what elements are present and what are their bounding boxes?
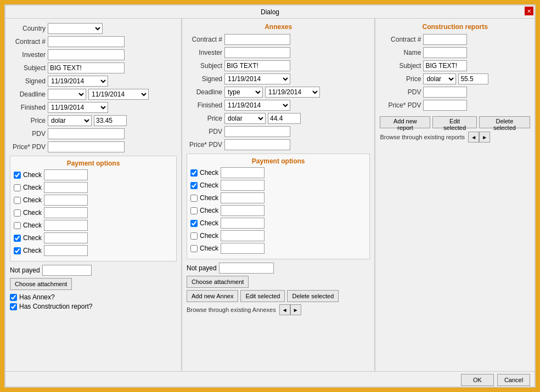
check-label-3: Check: [23, 196, 42, 204]
m-check-value-3[interactable]: [221, 192, 265, 203]
m-check-value-1[interactable]: [221, 167, 265, 178]
check-5[interactable]: [14, 222, 21, 229]
check-3[interactable]: [14, 197, 21, 204]
country-label: Country: [10, 25, 46, 32]
m-action-buttons: Add new Annex Edit selected Delete selec…: [187, 290, 370, 302]
price-pdv-input[interactable]: [48, 141, 125, 152]
check-value-1[interactable]: [44, 169, 88, 180]
edit-selected-report-button[interactable]: Edit selected: [432, 116, 476, 128]
m-browse-row: Browse through existing Annexes ◄ ►: [187, 304, 370, 315]
deadline-label: Deadline: [10, 90, 46, 98]
signed-date-select[interactable]: 11/19/2014: [48, 76, 108, 87]
price-value-input[interactable]: [94, 115, 127, 126]
m-deadline-date-select[interactable]: 11/19/2014: [265, 87, 320, 98]
m-pdv-input[interactable]: [224, 126, 290, 137]
m-finished-date-select[interactable]: 11/19/2014: [224, 100, 290, 111]
r-browse-prev-button[interactable]: ◄: [468, 132, 479, 143]
signed-row: Signed 11/19/2014: [10, 76, 177, 87]
m-price-pdv-input[interactable]: [224, 139, 290, 150]
r-browse-next-button[interactable]: ►: [479, 132, 490, 143]
m-browse-next-button[interactable]: ►: [290, 304, 301, 315]
m-invester-input[interactable]: [224, 47, 290, 58]
m-check-6[interactable]: [190, 232, 198, 240]
m-price-row: Price dolar: [187, 113, 370, 124]
close-button[interactable]: ✕: [525, 7, 533, 15]
add-annex-button[interactable]: Add new Annex: [187, 290, 238, 302]
check-label-1: Check: [23, 171, 42, 179]
check-value-2[interactable]: [44, 182, 88, 193]
finished-date-select[interactable]: 11/19/2014: [48, 102, 108, 113]
check-value-7[interactable]: [44, 245, 88, 256]
r-contract-label: Contract #: [380, 36, 421, 43]
r-pdv-input[interactable]: [423, 87, 467, 98]
check-value-6[interactable]: [44, 232, 88, 243]
finished-label: Finished: [10, 104, 46, 111]
m-check-4[interactable]: [190, 207, 198, 214]
ok-button[interactable]: OK: [461, 374, 494, 386]
r-price-value-input[interactable]: [458, 73, 488, 84]
m-check-7[interactable]: [190, 245, 198, 252]
pdv-label: PDV: [10, 130, 46, 138]
m-check-2[interactable]: [190, 182, 198, 189]
check-value-5[interactable]: [44, 220, 88, 231]
m-check-value-5[interactable]: [221, 218, 265, 229]
price-currency-select[interactable]: dolar: [48, 115, 92, 126]
m-check-value-4[interactable]: [221, 205, 265, 216]
m-check-3[interactable]: [190, 195, 198, 202]
deadline-row: Deadline 11/19/2014: [10, 89, 177, 100]
m-check-row-1: Check: [190, 167, 366, 178]
m-browse-prev-button[interactable]: ◄: [279, 304, 290, 315]
has-section: Has Annex? Has Construction report?: [10, 293, 177, 310]
m-price-label: Price: [187, 115, 222, 122]
m-contract-input[interactable]: [224, 34, 290, 45]
m-signed-date-select[interactable]: 11/19/2014: [224, 73, 290, 84]
m-price-currency-select[interactable]: dolar: [224, 113, 266, 124]
deadline-date-select[interactable]: 11/19/2014: [88, 89, 149, 100]
not-payed-input[interactable]: [42, 265, 92, 276]
subject-input[interactable]: [48, 63, 125, 73]
r-price-pdv-input[interactable]: [423, 100, 467, 111]
add-report-button[interactable]: Add new report: [380, 116, 430, 128]
r-name-input[interactable]: [423, 47, 467, 58]
edit-selected-annex-button[interactable]: Edit selected: [240, 290, 285, 302]
m-check-value-7[interactable]: [221, 243, 265, 254]
r-action-buttons: Add new report Edit selected Delete sele…: [380, 116, 530, 128]
cancel-button[interactable]: Cancel: [497, 374, 530, 386]
r-contract-input[interactable]: [423, 34, 467, 45]
has-construction-checkbox[interactable]: [10, 303, 17, 310]
m-check-label-7: Check: [200, 245, 218, 252]
check-value-4[interactable]: [44, 207, 88, 218]
check-1[interactable]: [14, 172, 21, 179]
has-annex-checkbox[interactable]: [10, 294, 17, 301]
m-deadline-type-select[interactable]: type: [224, 87, 263, 98]
contract-input[interactable]: [48, 36, 125, 47]
check-2[interactable]: [14, 184, 21, 191]
deadline-type-select[interactable]: [48, 89, 86, 100]
delete-selected-report-button[interactable]: Delete selected: [479, 116, 530, 128]
price-label: Price: [10, 117, 46, 124]
r-price-currency-select[interactable]: dolar: [423, 73, 456, 84]
invester-input[interactable]: [48, 49, 125, 60]
m-check-5[interactable]: [190, 220, 198, 227]
m-price-pdv-label: Price* PDV: [187, 141, 222, 149]
m-not-payed-input[interactable]: [219, 263, 274, 274]
delete-selected-annex-button[interactable]: Delete selected: [287, 290, 339, 302]
country-select[interactable]: [48, 23, 103, 34]
m-subject-input[interactable]: [224, 60, 290, 71]
m-check-value-2[interactable]: [221, 180, 265, 191]
r-subject-row: Subject: [380, 60, 530, 71]
m-check-1[interactable]: [190, 169, 198, 177]
check-value-3[interactable]: [44, 195, 88, 206]
pdv-input[interactable]: [48, 128, 125, 139]
m-check-value-6[interactable]: [221, 230, 265, 241]
check-7[interactable]: [14, 247, 21, 254]
invester-label: Invester: [10, 51, 46, 59]
m-choose-attachment-button[interactable]: Choose attachment: [187, 276, 249, 288]
m-price-value-input[interactable]: [268, 113, 301, 124]
choose-attachment-button[interactable]: Choose attachment: [10, 278, 72, 290]
check-6[interactable]: [14, 235, 21, 242]
check-4[interactable]: [14, 209, 21, 217]
r-subject-input[interactable]: [423, 60, 467, 71]
m-finished-label: Finished: [187, 101, 222, 109]
m-deadline-label: Deadline: [187, 88, 222, 96]
